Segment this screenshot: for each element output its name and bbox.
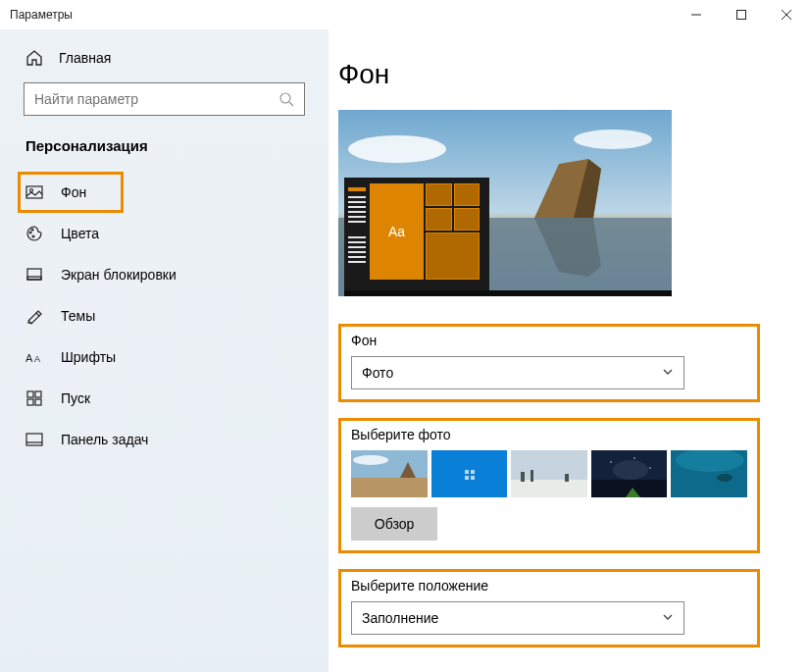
home-icon bbox=[25, 49, 43, 67]
sidebar-item-start[interactable]: Пуск bbox=[0, 378, 329, 419]
sample-text-tile: Aa bbox=[370, 183, 424, 280]
sidebar: Главная Персонализация Фон Цвета Э bbox=[0, 29, 329, 672]
svg-point-23 bbox=[348, 135, 446, 163]
taskbar-icon bbox=[25, 431, 43, 448]
dropdown-value: Фото bbox=[362, 365, 393, 381]
photo-thumbnails bbox=[351, 450, 747, 497]
choose-photo-label: Выберите фото bbox=[351, 427, 747, 442]
home-label: Главная bbox=[59, 50, 111, 66]
choose-photo-group: Выберите фото Обзор bbox=[338, 418, 760, 553]
sidebar-item-fonts[interactable]: AA Шрифты bbox=[0, 336, 329, 378]
svg-point-47 bbox=[717, 474, 733, 482]
svg-point-10 bbox=[32, 235, 34, 237]
photo-thumb-4[interactable] bbox=[591, 450, 668, 497]
sidebar-item-label: Панель задач bbox=[61, 432, 148, 447]
sidebar-item-label: Экран блокировки bbox=[61, 267, 177, 283]
sidebar-item-label: Цвета bbox=[61, 226, 99, 241]
svg-text:A: A bbox=[25, 352, 33, 364]
photo-thumb-5[interactable] bbox=[671, 450, 747, 497]
svg-rect-35 bbox=[511, 480, 587, 497]
window-title: Параметры bbox=[10, 8, 674, 22]
sidebar-item-themes[interactable]: Темы bbox=[0, 295, 329, 336]
sidebar-item-lockscreen[interactable]: Экран блокировки bbox=[0, 254, 329, 295]
svg-point-43 bbox=[649, 467, 650, 468]
background-type-dropdown[interactable]: Фото bbox=[351, 356, 684, 389]
taskbar-preview bbox=[344, 290, 672, 296]
svg-rect-16 bbox=[27, 391, 33, 397]
minimize-button[interactable] bbox=[674, 0, 719, 29]
browse-button[interactable]: Обзор bbox=[351, 507, 437, 541]
page-title: Фон bbox=[338, 59, 799, 90]
svg-line-5 bbox=[289, 102, 293, 106]
svg-rect-36 bbox=[521, 472, 525, 482]
search-input-container[interactable] bbox=[24, 82, 305, 116]
fit-dropdown[interactable]: Заполнение bbox=[351, 601, 684, 635]
photo-thumb-2[interactable] bbox=[431, 450, 508, 497]
svg-point-8 bbox=[29, 232, 31, 233]
svg-rect-37 bbox=[531, 470, 533, 482]
browse-button-label: Обзор bbox=[375, 516, 414, 532]
svg-text:A: A bbox=[34, 354, 40, 364]
chevron-down-icon bbox=[662, 365, 674, 381]
svg-rect-17 bbox=[35, 391, 41, 397]
svg-point-9 bbox=[31, 229, 33, 231]
svg-rect-27 bbox=[351, 478, 428, 497]
sidebar-item-taskbar[interactable]: Панель задач bbox=[0, 419, 329, 460]
close-button[interactable] bbox=[764, 0, 809, 29]
fonts-icon: AA bbox=[25, 348, 43, 366]
sidebar-item-label: Фон bbox=[61, 184, 86, 200]
maximize-button[interactable] bbox=[719, 0, 764, 29]
svg-rect-30 bbox=[465, 470, 469, 474]
palette-icon bbox=[25, 225, 43, 242]
chevron-down-icon bbox=[662, 610, 674, 626]
search-icon bbox=[278, 91, 294, 107]
sidebar-item-label: Темы bbox=[61, 308, 95, 324]
background-type-label: Фон bbox=[351, 333, 747, 348]
svg-point-24 bbox=[574, 129, 652, 149]
search-input[interactable] bbox=[34, 91, 278, 107]
home-link[interactable]: Главная bbox=[0, 43, 329, 82]
background-type-group: Фон Фото bbox=[338, 324, 760, 402]
lockscreen-icon bbox=[25, 266, 43, 284]
svg-point-44 bbox=[613, 460, 648, 480]
svg-point-28 bbox=[353, 455, 388, 465]
titlebar: Параметры bbox=[0, 0, 809, 29]
svg-rect-18 bbox=[27, 399, 33, 405]
svg-rect-1 bbox=[737, 11, 746, 20]
svg-rect-19 bbox=[35, 399, 41, 405]
svg-rect-32 bbox=[465, 476, 469, 480]
picture-icon bbox=[25, 183, 43, 201]
svg-point-7 bbox=[30, 189, 33, 192]
photo-thumb-1[interactable] bbox=[351, 450, 428, 497]
themes-icon bbox=[25, 307, 43, 325]
content-pane: Фон bbox=[329, 29, 809, 672]
sidebar-item-background[interactable]: Фон bbox=[18, 172, 124, 213]
svg-rect-38 bbox=[565, 474, 569, 482]
svg-rect-33 bbox=[471, 476, 475, 480]
photo-thumb-3[interactable] bbox=[511, 450, 587, 497]
desktop-preview: Aa bbox=[338, 110, 672, 296]
svg-point-42 bbox=[633, 457, 634, 458]
start-menu-preview: Aa bbox=[344, 178, 489, 290]
svg-rect-20 bbox=[26, 434, 42, 445]
sidebar-item-colors[interactable]: Цвета bbox=[0, 213, 329, 254]
sidebar-item-label: Пуск bbox=[61, 390, 90, 406]
dropdown-value: Заполнение bbox=[362, 610, 438, 626]
fit-label: Выберите положение bbox=[351, 578, 747, 594]
svg-rect-29 bbox=[431, 450, 508, 497]
fit-group: Выберите положение Заполнение bbox=[338, 569, 760, 647]
section-title: Персонализация bbox=[0, 137, 329, 172]
svg-rect-12 bbox=[27, 277, 41, 280]
svg-point-41 bbox=[610, 461, 611, 462]
svg-rect-31 bbox=[471, 470, 475, 474]
start-icon bbox=[25, 389, 43, 407]
svg-point-4 bbox=[280, 93, 290, 103]
sidebar-item-label: Шрифты bbox=[61, 349, 116, 365]
